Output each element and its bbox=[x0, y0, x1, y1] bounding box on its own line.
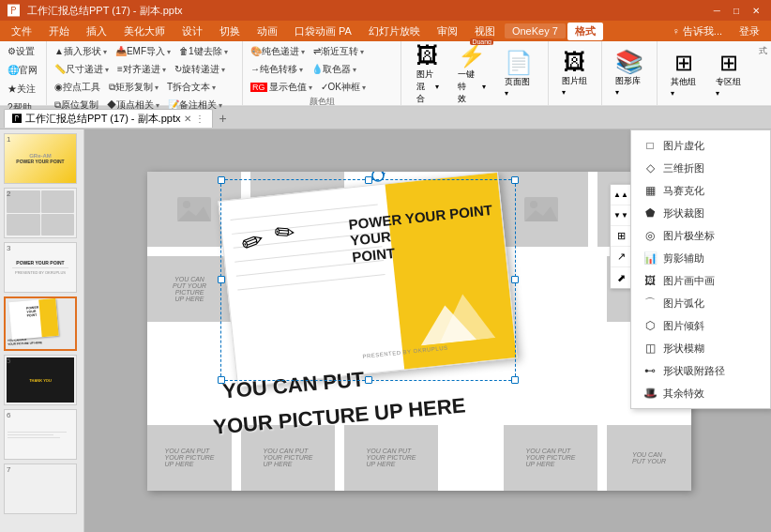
tilt-btn[interactable]: ⬡ 图片倾斜 bbox=[631, 314, 770, 337]
menu-slideshow[interactable]: 幻灯片放映 bbox=[361, 23, 428, 40]
thumb-line2: POWER YOUR POINT bbox=[16, 159, 64, 164]
other-group-btn[interactable]: ⊞ 其他组 ▾ bbox=[663, 46, 704, 101]
thumb-sub-3: PRESENTED BY OKRUPLUS bbox=[15, 270, 66, 275]
rotate-handle[interactable] bbox=[370, 172, 386, 186]
image-group-btn[interactable]: 🖼 图片组 ▾ bbox=[554, 45, 596, 100]
title-text: 工作汇报总结PPT (17) - 副本.pptx bbox=[27, 4, 182, 18]
split-text-btn[interactable]: T拆合文本 ▾ bbox=[163, 79, 219, 96]
float-crop-btn[interactable]: ⊞ bbox=[611, 226, 631, 247]
image-mix-btn[interactable]: 🖼 图片混合 ▾ bbox=[409, 38, 446, 109]
polar-btn[interactable]: ◎ 图片极坐标 bbox=[631, 224, 770, 247]
add-tab-btn[interactable]: + bbox=[215, 111, 230, 126]
float-down-down-btn[interactable]: ▼▼ bbox=[611, 205, 631, 226]
doc-tab-label: 工作汇报总结PPT (17) - 副本.pptx bbox=[25, 112, 180, 126]
slide-thumb-6[interactable]: 6 bbox=[4, 409, 77, 460]
maximize-btn[interactable]: □ bbox=[730, 6, 743, 16]
menu-login[interactable]: 登录 bbox=[732, 23, 767, 40]
rotate-step-btn[interactable]: ↻旋转递进 ▾ bbox=[171, 61, 229, 78]
slide-thumb-5[interactable]: 5 THANK YOU bbox=[4, 355, 77, 405]
align-step-btn[interactable]: ≡对齐递进 ▾ bbox=[113, 61, 170, 78]
control-tool-btn[interactable]: ◉控点工具 bbox=[51, 79, 104, 96]
pic-in-pic-btn[interactable]: 🖼 图片画中画 bbox=[631, 269, 770, 292]
solid-color-btn[interactable]: 🎨纯色递进 ▾ bbox=[247, 43, 309, 60]
slide-thumb-1[interactable]: 1 GRe-AM POWER YOUR POINT bbox=[4, 133, 77, 184]
polar-label: 图片极坐标 bbox=[663, 229, 715, 243]
moreeffects-label: 其余特效 bbox=[663, 387, 704, 401]
more-effects-btn[interactable]: 🎩 其余特效 bbox=[631, 382, 770, 404]
slide-num-3: 3 bbox=[7, 244, 10, 252]
color-transfer-btn[interactable]: →纯色转移 ▾ bbox=[247, 61, 307, 78]
svg-point-14 bbox=[372, 172, 384, 181]
menu-switch[interactable]: 切换 bbox=[212, 23, 248, 40]
slide-thumb-3[interactable]: 3 POWER YOUR POINT PRESENTED BY OKRUPLUS bbox=[4, 242, 77, 293]
rect-copy-btn[interactable]: ⧉矩形复制 ▾ bbox=[105, 79, 162, 96]
follow-btn[interactable]: ★关注 bbox=[4, 81, 39, 98]
slide-thumb-4[interactable]: 4 POWERYOURPOINT YOU CAN PUTYOUR PICTURE… bbox=[4, 296, 77, 351]
slide-thumb-7[interactable]: 7 bbox=[4, 464, 77, 514]
handle-bc[interactable] bbox=[365, 376, 372, 384]
arc-label: 图片弧化 bbox=[663, 296, 704, 311]
handle-mr[interactable] bbox=[511, 276, 519, 283]
thumb-line-3 bbox=[12, 267, 69, 268]
menu-review[interactable]: 审阅 bbox=[430, 23, 465, 40]
thumb-img-3 bbox=[7, 214, 40, 236]
app-icon: 🅿 bbox=[8, 4, 20, 18]
float-up-up-btn[interactable]: ▲▲ bbox=[611, 185, 631, 205]
thumb-title-4: POWERYOURPOINT bbox=[26, 306, 39, 319]
shape-attach-btn[interactable]: ⊷ 形状吸附路径 bbox=[631, 359, 770, 382]
page-icon: 📄 bbox=[505, 50, 533, 76]
menu-design[interactable]: 设计 bbox=[174, 23, 210, 40]
menu-insert[interactable]: 插入 bbox=[79, 23, 114, 40]
close-btn[interactable]: ✕ bbox=[748, 6, 763, 16]
bg-bot-text2: YOU CAN PUTYOUR PICTUREUP HERE bbox=[264, 448, 313, 467]
float-corner-btn[interactable]: ⬈ bbox=[611, 267, 631, 288]
thumb-line-6b bbox=[8, 434, 53, 435]
pixelate-btn[interactable]: □ 图片虚化 bbox=[631, 134, 770, 157]
menu-view[interactable]: 视图 bbox=[467, 23, 503, 40]
handle-br[interactable] bbox=[511, 376, 519, 384]
doc-tab[interactable]: 🅿 工作汇报总结PPT (17) - 副本.pptx ✕ ⋮ bbox=[4, 109, 213, 128]
float-expand-btn[interactable]: ↗ bbox=[611, 247, 631, 267]
special-group-btn[interactable]: ⊞ 专区组 ▾ bbox=[708, 46, 749, 101]
slide-num-5: 5 bbox=[7, 357, 10, 365]
insert-shape-btn[interactable]: ▲插入形状 ▾ bbox=[51, 43, 111, 60]
main-slide-card[interactable]: ✏ ✏ POWER YOUR POINT YOUR POINT PRESENTE… bbox=[218, 172, 517, 388]
special-icon: ⊞ bbox=[719, 50, 738, 76]
color-picker-btn[interactable]: 💧取色器 ▾ bbox=[308, 61, 360, 78]
menu-beautify[interactable]: 美化大师 bbox=[116, 23, 173, 40]
website-btn[interactable]: 🌐官网 bbox=[4, 62, 41, 79]
menu-file[interactable]: 文件 bbox=[4, 23, 39, 40]
shapecrop-label: 形状裁图 bbox=[663, 206, 704, 220]
page-image-btn[interactable]: 📄 页面图 ▾ bbox=[497, 46, 540, 101]
one-key-remove-btn[interactable]: 🗑1键去除 ▾ bbox=[175, 43, 232, 60]
settings-btn[interactable]: ⚙设置 bbox=[4, 43, 38, 60]
ok-frame-btn[interactable]: ✓OK神框 ▾ bbox=[317, 79, 370, 96]
tab-close-btn[interactable]: ✕ bbox=[184, 114, 191, 124]
one-click-effect-btn[interactable]: ⚡ 一键特效 ▾ Duang bbox=[450, 38, 493, 109]
shape-crop-btn[interactable]: ⬟ 形状裁图 bbox=[631, 202, 770, 224]
shadow-btn[interactable]: 📊 剪影辅助 bbox=[631, 247, 770, 269]
title-bar-left: 🅿 工作汇报总结PPT (17) - 副本.pptx bbox=[8, 4, 182, 18]
show-color-btn[interactable]: RG显示色值 ▾ bbox=[247, 79, 316, 96]
gradient-btn[interactable]: ⇌渐近互转 ▾ bbox=[310, 43, 368, 60]
slide-thumb-2[interactable]: 2 bbox=[4, 188, 77, 238]
menu-onekey[interactable]: OneKey 7 bbox=[505, 23, 566, 38]
size-step-btn[interactable]: 📏尺寸递进 ▾ bbox=[51, 61, 113, 78]
shape-lib-btn[interactable]: 📚 图形库 ▾ bbox=[608, 45, 651, 100]
doc-tab-icon: 🅿 bbox=[12, 114, 22, 124]
menu-animation[interactable]: 动画 bbox=[249, 23, 285, 40]
mosaic-btn[interactable]: ▦ 马赛克化 bbox=[631, 179, 770, 202]
menu-start[interactable]: 开始 bbox=[41, 23, 77, 40]
menu-format[interactable]: 格式 bbox=[567, 23, 603, 40]
bg-bot-text1: YOU CAN PUTYOUR PICTUREUP HERE bbox=[165, 448, 215, 467]
arc-btn[interactable]: ⌒ 图片弧化 bbox=[631, 292, 770, 314]
menu-pocket[interactable]: 口袋动画 PA bbox=[287, 23, 359, 40]
menu-help[interactable]: ♀ 告诉我... bbox=[665, 23, 730, 40]
3d-fold-btn[interactable]: ◇ 三维折图 bbox=[631, 157, 770, 179]
minimize-btn[interactable]: ─ bbox=[710, 6, 724, 16]
bg-img-bot4: YOU CAN PUTYOUR PICTUREUP HERE bbox=[504, 425, 597, 491]
tab-menu-icon[interactable]: ⋮ bbox=[195, 114, 204, 124]
emf-import-btn[interactable]: 📥EMF导入 ▾ bbox=[112, 43, 174, 60]
shape-blur-btn[interactable]: ◫ 形状模糊 bbox=[631, 337, 770, 359]
pencil-2: ✏ bbox=[273, 218, 295, 248]
